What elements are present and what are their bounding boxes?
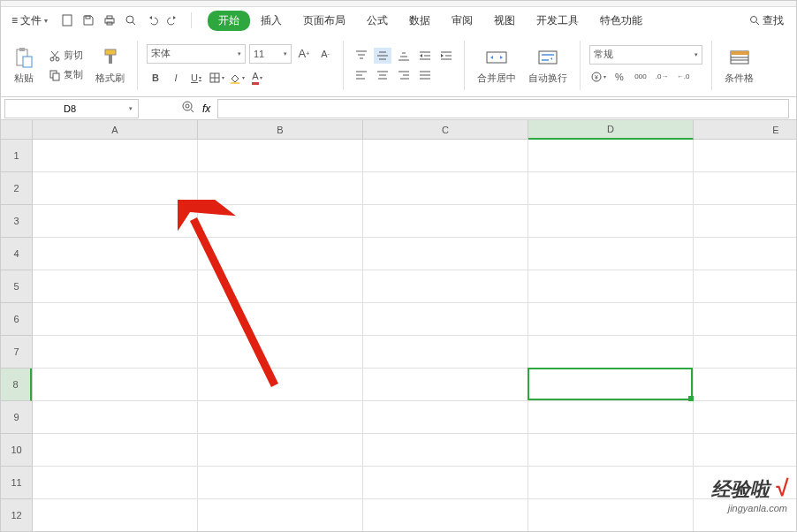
- cell[interactable]: [528, 467, 694, 499]
- increase-font-button[interactable]: A+: [295, 45, 313, 63]
- cells-area[interactable]: [33, 140, 796, 532]
- currency-button[interactable]: ¥▾: [589, 68, 607, 86]
- cell[interactable]: [33, 401, 198, 434]
- paste-button[interactable]: 粘贴: [8, 43, 40, 87]
- cell[interactable]: [198, 238, 363, 270]
- cell[interactable]: [33, 499, 198, 532]
- print-preview-icon[interactable]: [124, 13, 138, 27]
- cell[interactable]: [198, 172, 363, 205]
- cell[interactable]: [198, 336, 363, 369]
- underline-button[interactable]: U▾: [187, 69, 205, 87]
- cell[interactable]: [363, 369, 528, 401]
- tab-start[interactable]: 开始: [208, 11, 250, 31]
- cell[interactable]: [198, 369, 363, 401]
- cell[interactable]: [363, 336, 528, 369]
- cell[interactable]: [363, 434, 528, 467]
- row-header[interactable]: 12: [1, 499, 32, 532]
- decrease-decimal-button[interactable]: ←.0: [674, 68, 692, 86]
- decrease-indent-button[interactable]: [416, 48, 434, 64]
- cell[interactable]: [198, 140, 363, 172]
- cell[interactable]: [33, 369, 198, 401]
- align-middle-button[interactable]: [374, 48, 391, 64]
- fx-icon[interactable]: fx: [202, 103, 210, 115]
- cell[interactable]: [363, 238, 528, 270]
- tab-insert[interactable]: 插入: [250, 10, 292, 32]
- increase-indent-button[interactable]: [437, 48, 455, 64]
- cell[interactable]: [363, 140, 528, 172]
- tab-dev-tools[interactable]: 开发工具: [526, 10, 589, 32]
- comma-button[interactable]: 000: [632, 68, 649, 86]
- copy-button[interactable]: 复制: [45, 66, 87, 84]
- cell[interactable]: [198, 499, 363, 532]
- cell[interactable]: [694, 205, 796, 238]
- cell[interactable]: [363, 270, 528, 303]
- cell[interactable]: [33, 140, 198, 172]
- column-header[interactable]: A: [33, 120, 198, 140]
- column-header[interactable]: C: [363, 120, 528, 140]
- align-center-button[interactable]: [374, 67, 391, 83]
- row-header[interactable]: 7: [1, 336, 32, 369]
- cell[interactable]: [694, 140, 796, 172]
- find-button[interactable]: 查找: [742, 10, 791, 32]
- cell[interactable]: [33, 467, 198, 499]
- cell[interactable]: [198, 303, 363, 336]
- formula-input[interactable]: [217, 99, 789, 118]
- tab-data[interactable]: 数据: [398, 10, 441, 32]
- cell[interactable]: [363, 467, 528, 499]
- name-box[interactable]: D8 ▾: [4, 99, 139, 118]
- cell[interactable]: [363, 499, 528, 532]
- print-icon[interactable]: [102, 13, 117, 27]
- cell[interactable]: [694, 401, 796, 434]
- wrap-text-button[interactable]: 自动换行: [525, 43, 571, 87]
- row-header[interactable]: 2: [1, 172, 32, 205]
- file-menu[interactable]: ≡ 文件 ▾: [6, 11, 53, 30]
- row-header[interactable]: 10: [1, 434, 32, 467]
- cell[interactable]: [694, 270, 796, 303]
- column-header[interactable]: E: [694, 120, 796, 140]
- tab-features[interactable]: 特色功能: [589, 10, 653, 32]
- tab-view[interactable]: 视图: [483, 10, 526, 32]
- fill-color-button[interactable]: ▾: [228, 69, 246, 87]
- percent-button[interactable]: %: [611, 68, 628, 86]
- row-header[interactable]: 3: [1, 205, 32, 238]
- cell[interactable]: [528, 172, 694, 205]
- format-painter-button[interactable]: 格式刷: [92, 43, 128, 87]
- cell[interactable]: [694, 434, 796, 467]
- cell[interactable]: [694, 369, 796, 401]
- cell[interactable]: [528, 303, 694, 336]
- redo-icon[interactable]: [166, 13, 180, 27]
- bold-button[interactable]: B: [147, 69, 164, 87]
- merge-center-button[interactable]: 合并居中: [474, 43, 520, 87]
- cut-button[interactable]: 剪切: [45, 47, 87, 65]
- increase-decimal-button[interactable]: .0→: [653, 68, 671, 86]
- cell[interactable]: [694, 336, 796, 369]
- font-size-combo[interactable]: 11 ▾: [249, 44, 292, 64]
- tab-formula[interactable]: 公式: [356, 10, 398, 32]
- cell[interactable]: [198, 205, 363, 238]
- cell[interactable]: [363, 172, 528, 205]
- cell[interactable]: [528, 401, 694, 434]
- cell[interactable]: [33, 303, 198, 336]
- font-color-button[interactable]: A▾: [248, 69, 266, 87]
- cell[interactable]: [198, 467, 363, 499]
- row-header[interactable]: 9: [1, 401, 32, 434]
- row-header[interactable]: 4: [1, 238, 32, 270]
- cell[interactable]: [363, 401, 528, 434]
- row-header[interactable]: 6: [1, 303, 32, 336]
- italic-button[interactable]: I: [167, 69, 185, 87]
- cell[interactable]: [528, 238, 694, 270]
- cell[interactable]: [528, 499, 694, 532]
- tab-review[interactable]: 审阅: [441, 10, 483, 32]
- cell[interactable]: [33, 238, 198, 270]
- undo-icon[interactable]: [145, 13, 159, 27]
- cell[interactable]: [33, 336, 198, 369]
- row-header[interactable]: 8: [1, 369, 32, 401]
- border-button[interactable]: ▾: [208, 69, 225, 87]
- cell[interactable]: [694, 172, 796, 205]
- trace-icon[interactable]: [181, 100, 195, 118]
- select-all-corner[interactable]: [1, 120, 33, 140]
- align-top-button[interactable]: [353, 48, 370, 64]
- tab-page-layout[interactable]: 页面布局: [292, 10, 356, 32]
- cell[interactable]: [528, 336, 694, 369]
- save-icon[interactable]: [81, 13, 95, 27]
